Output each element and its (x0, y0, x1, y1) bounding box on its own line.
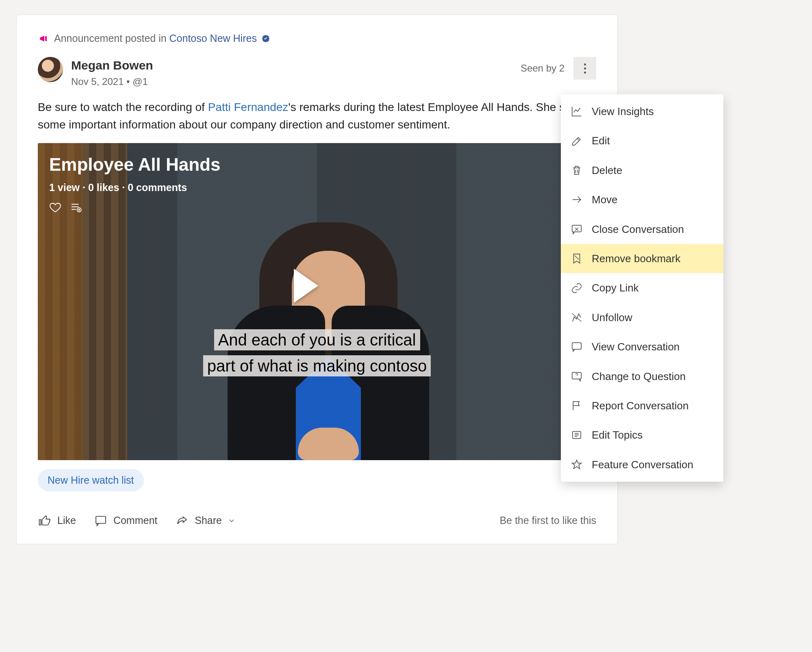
post-top-actions: Seen by 2 (521, 57, 596, 80)
user-mention[interactable]: Patti Fernandez (208, 101, 289, 113)
group-link[interactable]: Contoso New Hires (169, 33, 257, 44)
announcement-text: Announcement posted in Contoso New Hires (54, 31, 257, 46)
menu-item-label: Edit Topics (592, 428, 643, 442)
edit-icon (571, 135, 583, 147)
comment-icon (94, 514, 108, 527)
menu-item-label: Delete (592, 163, 622, 178)
add-to-list-icon[interactable] (69, 201, 82, 213)
author-block: Megan Bowen Nov 5, 2021 • @1 (71, 57, 153, 89)
menu-item-label: Remove bookmark (592, 251, 680, 266)
menu-item-move[interactable]: Move (561, 185, 723, 214)
delete-icon (571, 164, 583, 176)
heart-icon[interactable] (49, 201, 61, 213)
seen-by-count[interactable]: Seen by 2 (521, 61, 564, 75)
video-attachment[interactable]: Employee All Hands 1 view · 0 likes · 0 … (38, 143, 596, 460)
menu-item-edit[interactable]: Edit (561, 126, 723, 155)
menu-item-bookmark[interactable]: Remove bookmark (561, 244, 723, 273)
svg-rect-1 (96, 516, 106, 523)
megaphone-icon (38, 34, 49, 43)
menu-item-copy-link[interactable]: Copy Link (561, 273, 723, 302)
post-card: Announcement posted in Contoso New Hires… (16, 15, 618, 544)
like-prompt: Be the first to like this (499, 513, 596, 528)
menu-item-label: Move (592, 192, 618, 207)
video-caption: And each of you is a critical part of wh… (203, 327, 431, 379)
post-actions: Like Comment Share Be the first to like … (38, 513, 596, 528)
question-icon (571, 370, 583, 383)
menu-item-feature[interactable]: Feature Conversation (561, 450, 723, 479)
topic-pill[interactable]: New Hire watch list (38, 469, 144, 491)
author-row: Megan Bowen Nov 5, 2021 • @1 Seen by 2 (38, 57, 596, 89)
unfollow-icon (571, 311, 583, 324)
svg-rect-2 (572, 225, 582, 232)
more-options-button[interactable] (573, 57, 596, 80)
menu-item-close-convo[interactable]: Close Conversation (561, 215, 723, 244)
report-icon (571, 400, 583, 412)
view-convo-icon (571, 341, 583, 353)
video-overlay: Employee All Hands 1 view · 0 likes · 0 … (49, 152, 220, 213)
menu-item-topics[interactable]: Edit Topics (561, 420, 723, 450)
verified-icon (262, 35, 270, 43)
menu-item-view-convo[interactable]: View Conversation (561, 332, 723, 361)
menu-item-label: Copy Link (592, 280, 639, 295)
chevron-down-icon (228, 517, 236, 525)
menu-item-label: View Conversation (592, 339, 680, 354)
announcement-bar: Announcement posted in Contoso New Hires (38, 31, 596, 46)
menu-item-label: Change to Question (592, 369, 686, 384)
feature-icon (571, 459, 583, 471)
menu-item-label: Unfollow (592, 310, 632, 325)
topics-icon (571, 429, 583, 441)
menu-item-insights[interactable]: View Insights (561, 97, 723, 126)
comment-button[interactable]: Comment (94, 513, 157, 528)
move-icon (571, 193, 583, 206)
more-icon (584, 67, 586, 70)
svg-rect-3 (572, 343, 582, 349)
post-body: Be sure to watch the recording of Patti … (38, 98, 596, 134)
context-menu: View InsightsEditDeleteMoveClose Convers… (561, 94, 723, 482)
menu-item-delete[interactable]: Delete (561, 156, 723, 185)
insights-icon (571, 105, 583, 117)
menu-item-label: View Insights (592, 104, 654, 119)
author-meta: Nov 5, 2021 • @1 (71, 75, 153, 89)
video-stats: 1 view · 0 likes · 0 comments (49, 180, 220, 195)
close-convo-icon (571, 223, 583, 235)
menu-item-question[interactable]: Change to Question (561, 362, 723, 391)
menu-item-label: Report Conversation (592, 398, 688, 413)
play-icon[interactable] (294, 269, 318, 303)
bookmark-icon (571, 252, 583, 265)
share-icon (175, 514, 189, 527)
copy-link-icon (571, 282, 583, 294)
thumbs-up-icon (38, 514, 52, 527)
post-date: Nov 5, 2021 (71, 76, 124, 87)
menu-item-label: Edit (592, 133, 610, 148)
menu-item-label: Close Conversation (592, 222, 684, 237)
avatar[interactable] (38, 57, 63, 82)
menu-item-label: Feature Conversation (592, 457, 693, 472)
video-title: Employee All Hands (49, 152, 220, 177)
like-button[interactable]: Like (38, 513, 76, 528)
menu-item-report[interactable]: Report Conversation (561, 391, 723, 420)
announcement-prefix: Announcement posted in (54, 33, 169, 44)
author-name[interactable]: Megan Bowen (71, 57, 153, 74)
menu-item-unfollow[interactable]: Unfollow (561, 303, 723, 332)
share-button[interactable]: Share (175, 513, 236, 528)
author-handle: @1 (132, 76, 148, 87)
